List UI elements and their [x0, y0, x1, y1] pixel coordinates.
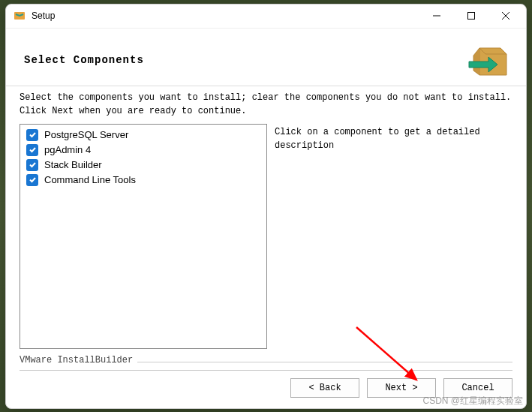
component-label: Command Line Tools — [44, 174, 136, 185]
cancel-button[interactable]: Cancel — [443, 378, 512, 398]
instruction-text: Select the components you want to instal… — [6, 86, 526, 124]
button-row: < Back Next > Cancel — [20, 378, 512, 398]
minimize-button[interactable] — [419, 5, 454, 27]
component-label: Stack Builder — [44, 159, 102, 170]
description-panel: Click on a component to get a detailed d… — [275, 124, 512, 349]
page-title: Select Components — [24, 54, 144, 66]
back-button[interactable]: < Back — [290, 378, 359, 398]
component-label: PostgreSQL Server — [44, 129, 128, 140]
maximize-button[interactable] — [454, 5, 488, 27]
component-label: pgAdmin 4 — [44, 144, 91, 155]
component-list[interactable]: PostgreSQL Server pgAdmin 4 Stack Builde… — [20, 124, 267, 349]
main-content: PostgreSQL Server pgAdmin 4 Stack Builde… — [6, 124, 526, 349]
header: Select Components — [6, 29, 526, 86]
svg-rect-2 — [468, 13, 475, 20]
footer: VMware InstallBuilder < Back Next > Canc… — [6, 349, 526, 408]
titlebar: Setup — [6, 5, 526, 29]
checkbox-icon[interactable] — [26, 144, 38, 156]
component-item-pgadmin[interactable]: pgAdmin 4 — [23, 143, 263, 158]
component-item-postgresql[interactable]: PostgreSQL Server — [23, 128, 263, 143]
next-button[interactable]: Next > — [367, 378, 436, 398]
package-icon — [466, 42, 508, 78]
setup-window: Setup Select Components Select the compo… — [5, 4, 527, 409]
checkbox-icon[interactable] — [26, 174, 38, 186]
component-item-cli[interactable]: Command Line Tools — [23, 173, 263, 188]
checkbox-icon[interactable] — [26, 129, 38, 141]
window-controls — [419, 5, 523, 27]
close-button[interactable] — [488, 5, 523, 27]
checkbox-icon[interactable] — [26, 159, 38, 171]
builder-label: VMware InstallBuilder — [20, 355, 512, 371]
component-item-stackbuilder[interactable]: Stack Builder — [23, 158, 263, 173]
window-title: Setup — [32, 11, 419, 21]
app-icon — [14, 10, 26, 22]
